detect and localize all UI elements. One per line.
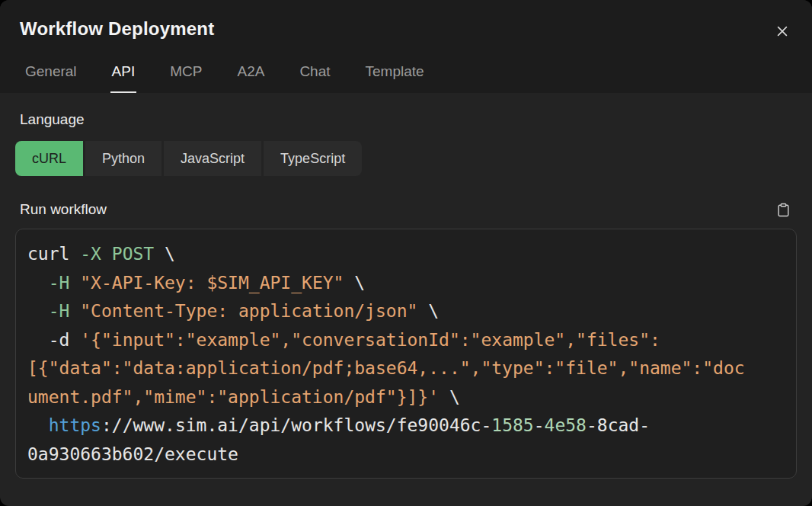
copy-button[interactable]: [774, 200, 792, 219]
code-line: curl -X POST \: [27, 240, 785, 269]
run-workflow-label: Run workflow: [20, 201, 107, 218]
dialog-body: Language cURL Python JavaScript TypeScri…: [0, 93, 812, 506]
tab-mcp[interactable]: MCP: [168, 63, 203, 93]
workflow-deployment-dialog: Workflow Deployment General API MCP A2A …: [0, 0, 812, 506]
tab-a2a[interactable]: A2A: [235, 63, 266, 93]
language-option-python[interactable]: Python: [85, 141, 161, 176]
tab-template[interactable]: Template: [364, 63, 426, 93]
code-line: [{"data":"data:application/pdf;base64,..…: [27, 354, 785, 383]
code-line: https://www.sim.ai/api/workflows/fe90046…: [27, 412, 785, 440]
tab-bar: General API MCP A2A Chat Template: [20, 63, 792, 93]
code-content: curl -X POST \ -H "X-API-Key: $SIM_API_K…: [27, 240, 785, 469]
tab-general[interactable]: General: [24, 63, 78, 93]
code-line: -d '{"input":"example","conversationId":…: [27, 326, 785, 355]
language-label: Language: [20, 111, 797, 128]
close-button[interactable]: [772, 21, 792, 41]
run-workflow-row: Run workflow: [15, 200, 797, 219]
code-line: -H "Content-Type: application/json" \: [27, 297, 785, 326]
dialog-title: Workflow Deployment: [20, 18, 792, 40]
code-line: 0a930663b602/execute: [27, 440, 785, 469]
tab-chat[interactable]: Chat: [298, 63, 331, 93]
code-block: curl -X POST \ -H "X-API-Key: $SIM_API_K…: [15, 229, 797, 479]
clipboard-icon: [776, 202, 791, 218]
language-selector: cURL Python JavaScript TypeScript: [15, 141, 362, 176]
code-line: -H "X-API-Key: $SIM_API_KEY" \: [27, 269, 785, 298]
tab-api[interactable]: API: [110, 63, 137, 93]
language-option-curl[interactable]: cURL: [15, 141, 83, 176]
close-icon: [775, 24, 790, 39]
code-line: ument.pdf","mime":"application/pdf"}]}' …: [27, 383, 785, 412]
dialog-header: Workflow Deployment General API MCP A2A …: [0, 0, 812, 93]
language-option-typescript[interactable]: TypeScript: [264, 141, 362, 176]
language-option-javascript[interactable]: JavaScript: [164, 141, 261, 176]
